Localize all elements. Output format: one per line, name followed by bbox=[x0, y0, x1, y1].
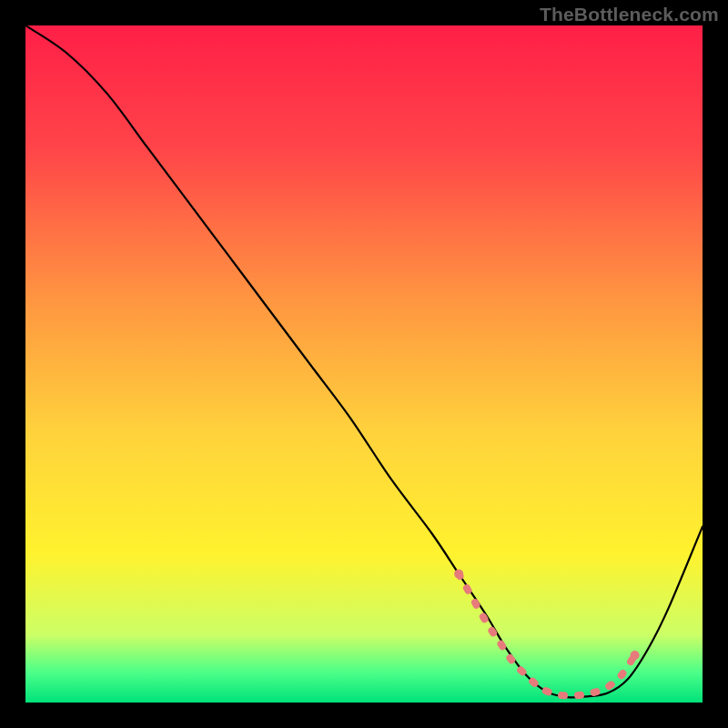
gradient-background bbox=[25, 25, 703, 703]
chart-svg bbox=[25, 25, 703, 703]
highlight-dot bbox=[454, 570, 463, 579]
watermark-text: TheBottleneck.com bbox=[540, 4, 719, 25]
highlight-dot bbox=[631, 651, 640, 660]
outer-frame: TheBottleneck.com bbox=[0, 0, 728, 728]
chart-plot-area bbox=[25, 25, 703, 703]
